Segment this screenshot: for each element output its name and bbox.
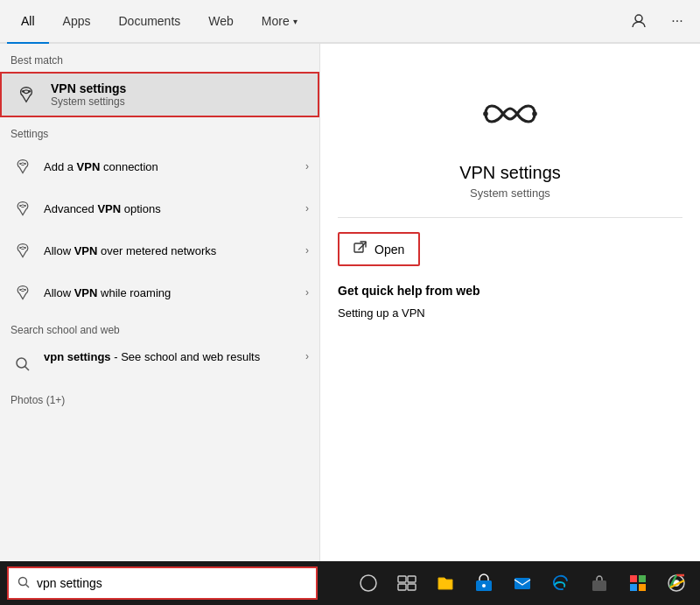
svg-rect-28 [630,575,637,582]
svg-line-12 [25,367,30,371]
photos-label: Photos (1+) [0,385,319,412]
arrow-icon: › [305,160,309,172]
settings-item-advanced-vpn-text: Advanced VPN options [44,202,305,215]
svg-rect-31 [639,584,646,591]
vpn-icon-add [10,154,35,179]
windows-tiles-button[interactable] [621,566,654,600]
taskbar [0,561,700,605]
settings-item-metered-vpn-text: Allow VPN over metered networks [44,244,305,257]
svg-rect-20 [398,576,406,582]
svg-rect-15 [354,243,363,252]
main-content: Best match VPN settings System settings … [0,44,700,561]
settings-item-advanced-vpn[interactable]: Advanced VPN options › [0,187,319,229]
svg-point-17 [19,577,27,585]
tab-all[interactable]: All [7,0,49,44]
settings-item-roaming-vpn[interactable]: Allow VPN while roaming › [0,271,319,313]
arrow-icon-3: › [305,244,309,257]
arrow-icon-2: › [305,202,309,215]
arrow-icon-5: › [305,350,309,362]
taskbar-icons [325,566,693,600]
detail-subtitle: System settings [470,186,550,200]
open-button[interactable]: Open [338,232,420,266]
search-box-icon [18,576,30,591]
tab-documents[interactable]: Documents [104,0,194,44]
web-search-item[interactable]: vpn settings - See school and web result… [0,341,319,385]
web-search-label: Search school and web [0,313,319,341]
web-search-text: vpn settings - See school and web result… [44,350,305,363]
svg-rect-26 [514,578,530,589]
arrow-icon-4: › [305,286,309,299]
svg-rect-21 [408,576,416,582]
svg-point-19 [360,575,376,591]
quick-help-title: Get quick help from web [338,284,480,298]
svg-rect-23 [408,584,416,590]
best-match-item[interactable]: VPN settings System settings [0,72,319,117]
detail-title: VPN settings [459,163,561,183]
edge-button[interactable] [544,566,578,600]
search-input[interactable] [37,576,307,590]
svg-rect-22 [398,584,406,590]
search-box [7,566,318,600]
store-button[interactable] [467,566,500,600]
settings-item-add-vpn[interactable]: Add a VPN connection › [0,145,319,187]
svg-line-18 [26,584,30,587]
detail-divider [338,217,682,218]
open-icon [354,241,368,257]
svg-point-11 [17,358,26,368]
best-match-label: Best match [0,44,319,72]
left-panel: Best match VPN settings System settings … [0,44,319,561]
vpn-icon-roaming [10,280,35,305]
svg-point-13 [483,111,488,116]
search-icon-sm [10,352,35,376]
settings-label: Settings [0,117,319,145]
tab-web[interactable]: Web [194,0,248,44]
shopping-button[interactable] [583,566,616,600]
tab-more[interactable]: More ▾ [248,0,312,44]
cortana-button[interactable] [352,566,385,600]
vpn-icon-large [475,79,545,149]
settings-item-roaming-vpn-text: Allow VPN while roaming [44,286,305,299]
best-match-text: VPN settings System settings [51,81,309,108]
settings-item-metered-vpn[interactable]: Allow VPN over metered networks › [0,229,319,271]
chrome-button[interactable] [660,566,693,600]
settings-item-add-vpn-text: Add a VPN connection [44,160,305,173]
top-nav: All Apps Documents Web More ▾ ··· [0,0,700,44]
mail-button[interactable] [506,566,539,600]
file-explorer-button[interactable] [429,566,462,600]
person-icon-button[interactable] [623,5,654,37]
nav-right: ··· [623,0,693,42]
svg-rect-30 [630,584,637,591]
svg-rect-27 [592,580,606,591]
svg-point-25 [482,584,486,587]
task-view-button[interactable] [390,566,424,600]
more-options-button[interactable]: ··· [662,5,693,37]
vpn-icon-metered [10,238,35,263]
right-panel: VPN settings System settings Open Get qu… [319,44,700,561]
vpn-icon-advanced [10,196,35,221]
tab-apps[interactable]: Apps [49,0,105,44]
svg-rect-29 [639,575,646,582]
vpn-icon-small [10,79,42,110]
svg-point-0 [635,15,642,22]
chevron-down-icon: ▾ [293,17,298,26]
svg-point-14 [532,111,537,116]
quick-help-link[interactable]: Setting up a VPN [338,306,425,320]
